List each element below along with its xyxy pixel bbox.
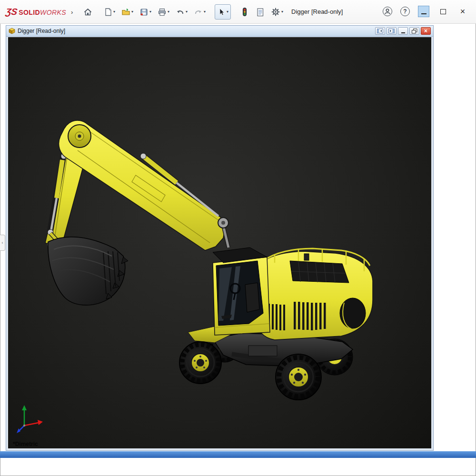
- side-louvers: [264, 302, 326, 330]
- menu-expand-chevron-icon[interactable]: ›: [71, 9, 73, 16]
- file-properties-icon: [256, 8, 265, 17]
- document-window: Digger [Read-only]: [6, 25, 434, 451]
- close-button[interactable]: ×: [457, 6, 468, 17]
- excavator-model[interactable]: [8, 37, 431, 448]
- task-pane-collapse-tab[interactable]: ‹: [0, 235, 5, 251]
- logo-works-text: WORKS: [40, 9, 66, 16]
- document-restore-icon: [412, 29, 417, 34]
- boom-elbow-joint: [68, 125, 91, 148]
- account-button[interactable]: [383, 7, 392, 16]
- status-light-icon: [240, 7, 249, 17]
- exhaust-stack: [304, 254, 309, 260]
- wheel-front-near[interactable]: [179, 342, 221, 384]
- print-icon: [158, 8, 167, 17]
- document-minimize-button[interactable]: [398, 27, 408, 35]
- solidworks-logo: ƷS SOLID WORKS ›: [6, 7, 73, 17]
- logo-solid-text: SOLID: [19, 9, 40, 16]
- engine-housing[interactable]: [256, 248, 373, 340]
- home-button[interactable]: [81, 4, 95, 20]
- select-tool-button[interactable]: ▾: [215, 4, 231, 20]
- boom-assembly[interactable]: [45, 120, 228, 250]
- save-button[interactable]: ▾: [137, 4, 154, 20]
- main-titlebar: ƷS SOLID WORKS › ▾: [0, 0, 476, 24]
- document-window-title: Digger [Read-only]: [18, 28, 65, 34]
- pane-right-icon: [388, 29, 395, 33]
- graphics-area[interactable]: *Dimetric: [8, 37, 431, 448]
- dropdown-caret-icon[interactable]: ▾: [131, 10, 133, 14]
- home-icon: [83, 8, 92, 17]
- dropdown-caret-icon[interactable]: ▾: [204, 10, 206, 14]
- account-icon: [383, 7, 392, 16]
- save-icon: [139, 8, 149, 17]
- orientation-triad[interactable]: [17, 405, 43, 433]
- select-cursor-icon: [217, 8, 226, 17]
- options-gear-icon: [271, 7, 280, 17]
- undo-button[interactable]: ▾: [173, 4, 190, 20]
- maximize-button[interactable]: [437, 6, 449, 17]
- close-icon: ×: [460, 7, 466, 16]
- new-document-button[interactable]: ▾: [101, 4, 118, 20]
- document-window-titlebar[interactable]: Digger [Read-only]: [6, 26, 433, 37]
- new-document-icon: [104, 8, 112, 17]
- dropdown-caret-icon[interactable]: ▾: [186, 10, 188, 14]
- options-button[interactable]: ▾: [268, 4, 286, 20]
- dropdown-caret-icon[interactable]: ▾: [168, 10, 169, 14]
- dropdown-caret-icon[interactable]: ▾: [113, 10, 115, 14]
- bucket[interactable]: [48, 237, 128, 305]
- part-file-icon: [9, 28, 15, 34]
- redo-icon: [194, 8, 203, 16]
- status-bar: [0, 451, 476, 458]
- titlebar-right-controls: ? ×: [383, 6, 468, 17]
- minimize-button[interactable]: [418, 6, 429, 17]
- print-button[interactable]: ▾: [155, 4, 172, 20]
- document-title: Digger [Read-only]: [291, 8, 343, 15]
- dropdown-caret-icon[interactable]: ▾: [149, 10, 151, 14]
- open-icon: [121, 8, 130, 16]
- pane-toggle-left-button[interactable]: [375, 27, 385, 35]
- status-light-button[interactable]: [238, 4, 252, 20]
- rear-vent: [340, 298, 366, 328]
- undo-icon: [176, 8, 185, 16]
- pane-left-icon: [377, 29, 383, 33]
- document-close-button[interactable]: ×: [421, 27, 431, 35]
- dropdown-caret-icon[interactable]: ▾: [227, 10, 228, 14]
- help-glyph: ?: [403, 8, 407, 15]
- document-minimize-icon: [401, 32, 405, 33]
- maximize-icon: [440, 9, 446, 14]
- document-restore-button[interactable]: [409, 27, 419, 35]
- logo-3s-mark: ƷS: [5, 7, 18, 17]
- minimize-icon: [421, 13, 426, 14]
- seat: [245, 283, 259, 312]
- open-button[interactable]: ▾: [119, 4, 136, 20]
- dropdown-caret-icon[interactable]: ▾: [281, 10, 283, 14]
- help-button[interactable]: ?: [400, 7, 410, 16]
- collapse-chevron-icon: ‹: [2, 240, 3, 245]
- solidworks-window: ƷS SOLID WORKS › ▾: [0, 0, 476, 476]
- pane-toggle-right-button[interactable]: [387, 27, 397, 35]
- file-properties-button[interactable]: [253, 4, 267, 20]
- redo-button[interactable]: ▾: [191, 4, 208, 20]
- wheel-rear-near[interactable]: [276, 354, 321, 400]
- view-orientation-label: *Dimetric: [13, 441, 38, 447]
- main-toolbar: ▾ ▾ ▾: [81, 4, 286, 20]
- document-close-icon: ×: [424, 28, 427, 34]
- cab[interactable]: [213, 248, 270, 335]
- document-window-controls: ×: [375, 27, 431, 35]
